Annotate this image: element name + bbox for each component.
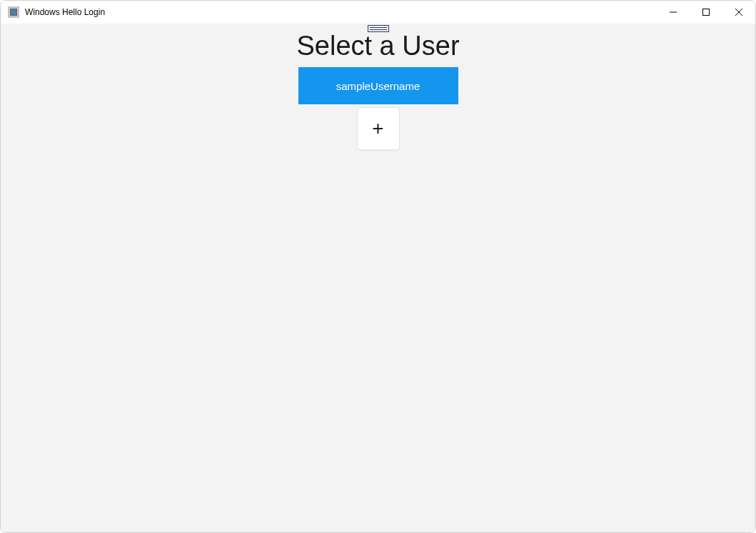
titlebar-left: Windows Hello Login (8, 6, 105, 18)
app-window: Windows Hello Login (0, 0, 756, 533)
close-icon (735, 7, 742, 18)
svg-rect-1 (10, 9, 17, 16)
titlebar-controls (657, 1, 755, 24)
minimize-button[interactable] (657, 1, 690, 24)
svg-rect-4 (703, 9, 710, 15)
maximize-icon (702, 7, 710, 18)
minimize-icon (670, 7, 677, 18)
page-title: Select a User (296, 31, 459, 61)
app-icon (8, 6, 19, 18)
plus-icon: + (372, 117, 383, 140)
add-user-button[interactable]: + (357, 107, 400, 150)
close-button[interactable] (722, 1, 755, 24)
titlebar: Windows Hello Login (1, 1, 755, 24)
window-title: Windows Hello Login (25, 7, 105, 17)
user-button-sampleusername[interactable]: sampleUsername (298, 67, 458, 104)
content-area: Select a User sampleUsername + (1, 24, 755, 532)
maximize-button[interactable] (690, 1, 722, 24)
